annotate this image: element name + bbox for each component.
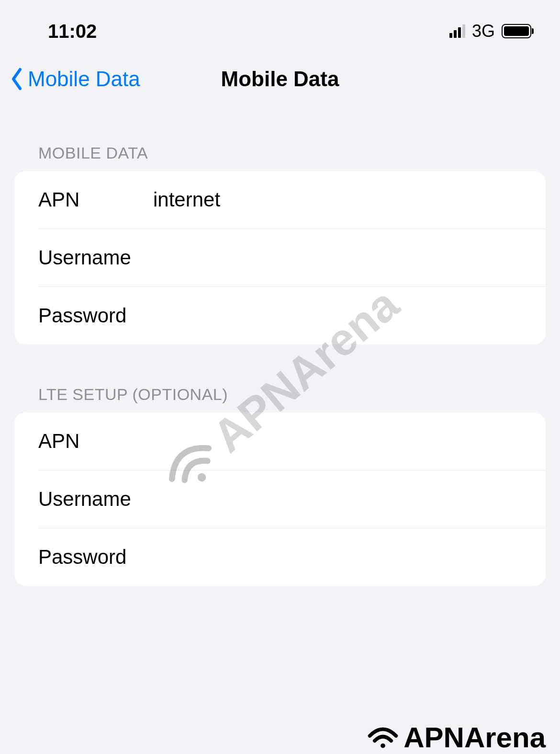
password-label: Password <box>38 304 153 327</box>
apn-input[interactable] <box>153 188 522 211</box>
battery-icon <box>502 24 531 38</box>
content-area: MOBILE DATA APN Username Password LTE SE… <box>0 105 560 586</box>
lte-apn-label: APN <box>38 430 153 453</box>
lte-username-label: Username <box>38 488 153 511</box>
status-bar: 11:02 3G <box>0 0 560 53</box>
password-input[interactable] <box>153 304 522 327</box>
lte-password-row[interactable]: Password <box>14 528 546 586</box>
lte-password-label: Password <box>38 546 153 569</box>
network-type-label: 3G <box>472 21 495 41</box>
apn-label: APN <box>38 188 153 211</box>
chevron-left-icon <box>10 67 24 91</box>
watermark-bottom-text: APNArena <box>403 721 546 754</box>
password-row[interactable]: Password <box>14 287 546 344</box>
lte-apn-input[interactable] <box>153 430 522 453</box>
status-right: 3G <box>449 21 531 41</box>
username-label: Username <box>38 246 153 269</box>
section-header-lte: LTE SETUP (OPTIONAL) <box>14 344 546 412</box>
lte-setup-card: APN Username Password <box>14 412 546 586</box>
signal-strength-icon <box>449 24 465 38</box>
wifi-icon <box>366 724 400 751</box>
lte-username-row[interactable]: Username <box>14 470 546 528</box>
mobile-data-card: APN Username Password <box>14 171 546 344</box>
lte-password-input[interactable] <box>153 546 522 569</box>
lte-apn-row[interactable]: APN <box>14 412 546 470</box>
svg-point-1 <box>381 743 385 748</box>
lte-username-input[interactable] <box>153 488 522 511</box>
navigation-bar: Mobile Data Mobile Data <box>0 53 560 105</box>
back-button[interactable]: Mobile Data <box>10 67 140 91</box>
section-header-mobile-data: MOBILE DATA <box>14 105 546 171</box>
back-button-label: Mobile Data <box>28 67 140 91</box>
status-time: 11:02 <box>48 21 97 42</box>
apn-row[interactable]: APN <box>14 171 546 228</box>
username-row[interactable]: Username <box>14 229 546 286</box>
watermark-bottom: APNArena <box>366 721 546 754</box>
username-input[interactable] <box>153 246 522 269</box>
